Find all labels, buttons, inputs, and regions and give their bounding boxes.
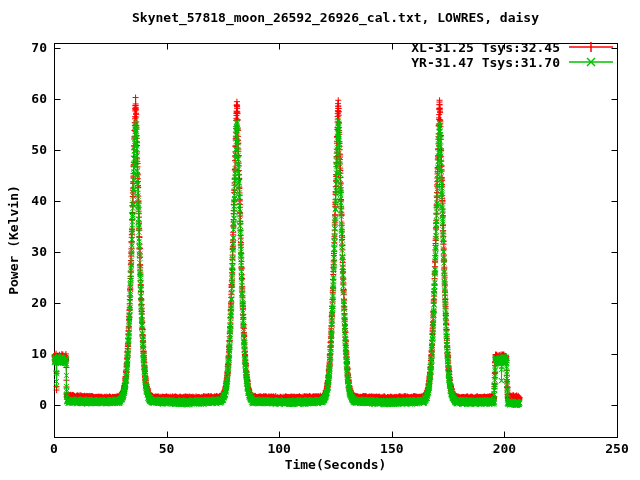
y-tick-label: 30 — [5, 244, 47, 259]
x-tick-label: 150 — [380, 441, 403, 456]
gnuplot-chart: Skynet_57818_moon_26592_26926_cal.txt, L… — [0, 0, 640, 480]
legend-entry-yr: YR-31.47 Tsys:31.70 — [411, 55, 614, 69]
legend-label-xl: XL-31.25 Tsys:32.45 — [411, 40, 560, 55]
y-tick-label: 20 — [5, 295, 47, 310]
legend-sample-plus-icon — [568, 40, 614, 54]
x-tick-label: 250 — [605, 441, 628, 456]
x-tick-label: 50 — [159, 441, 175, 456]
chart-title: Skynet_57818_moon_26592_26926_cal.txt, L… — [54, 10, 617, 25]
y-tick-label: 10 — [5, 346, 47, 361]
x-tick-label: 100 — [267, 441, 290, 456]
x-axis-label: Time(Seconds) — [54, 457, 617, 472]
y-tick-label: 40 — [5, 193, 47, 208]
legend-sample-cross-icon — [568, 55, 614, 69]
y-tick-label: 0 — [5, 397, 47, 412]
y-tick-label: 70 — [5, 40, 47, 55]
legend: XL-31.25 Tsys:32.45 YR-31.47 Tsys:31.70 — [411, 40, 614, 69]
plot-canvas — [0, 0, 640, 480]
legend-entry-xl: XL-31.25 Tsys:32.45 — [411, 40, 614, 54]
y-tick-label: 60 — [5, 91, 47, 106]
x-tick-label: 200 — [493, 441, 516, 456]
y-tick-label: 50 — [5, 142, 47, 157]
x-tick-label: 0 — [50, 441, 58, 456]
legend-label-yr: YR-31.47 Tsys:31.70 — [411, 55, 560, 70]
